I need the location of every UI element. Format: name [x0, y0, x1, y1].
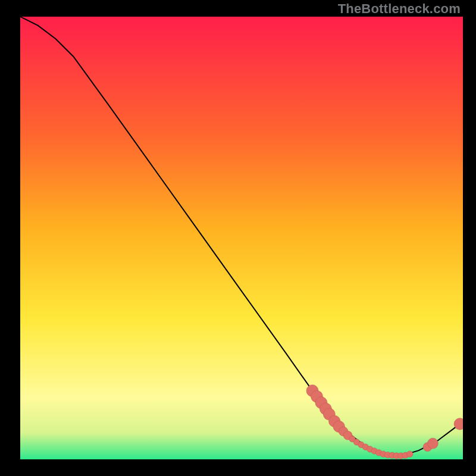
data-marker	[407, 451, 413, 457]
watermark-text: TheBottleneck.com	[338, 1, 461, 17]
gradient-background	[20, 17, 463, 459]
plot-area	[20, 17, 463, 459]
chart-stage: TheBottleneck.com	[0, 0, 476, 476]
data-marker	[428, 438, 439, 449]
chart-svg	[20, 17, 463, 459]
